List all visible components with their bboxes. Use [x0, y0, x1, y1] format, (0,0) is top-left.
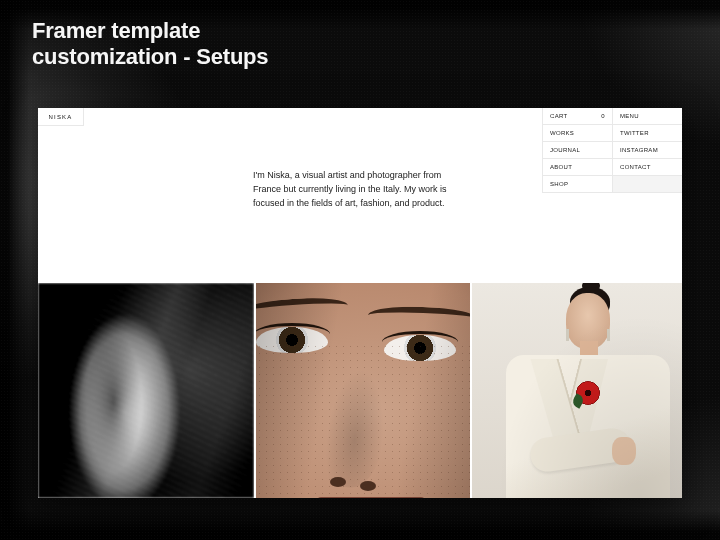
nav-instagram[interactable]: INSTAGRAM: [612, 142, 682, 159]
heading-line-2: customization - Setups: [32, 44, 268, 70]
site-preview-window: NISKA CART 0 MENU WORKS TWITTER JOURNAL …: [38, 108, 682, 498]
nav-menu[interactable]: MENU: [612, 108, 682, 125]
nav-empty-cell: [612, 176, 682, 193]
nav-contact[interactable]: CONTACT: [612, 159, 682, 176]
topbar: NISKA CART 0 MENU WORKS TWITTER JOURNAL …: [38, 108, 682, 126]
site-logo[interactable]: NISKA: [38, 108, 84, 126]
intro-text: I'm Niska, a visual artist and photograp…: [253, 169, 463, 211]
nav-twitter[interactable]: TWITTER: [612, 125, 682, 142]
nav-about[interactable]: ABOUT: [542, 159, 612, 176]
nav-cart-label: CART: [550, 113, 567, 119]
nav-shop[interactable]: SHOP: [542, 176, 612, 193]
nav-works[interactable]: WORKS: [542, 125, 612, 142]
nav-journal[interactable]: JOURNAL: [542, 142, 612, 159]
page-heading: Framer template customization - Setups: [32, 18, 268, 71]
gallery: [38, 283, 682, 498]
nav-cart[interactable]: CART 0: [542, 108, 612, 125]
gallery-image-1[interactable]: [38, 283, 254, 498]
nav-grid: CART 0 MENU WORKS TWITTER JOURNAL INSTAG…: [542, 108, 682, 193]
heading-line-1: Framer template: [32, 18, 268, 44]
gallery-image-2[interactable]: [256, 283, 470, 498]
gallery-image-3[interactable]: [472, 283, 682, 498]
nav-cart-count: 0: [601, 113, 605, 119]
